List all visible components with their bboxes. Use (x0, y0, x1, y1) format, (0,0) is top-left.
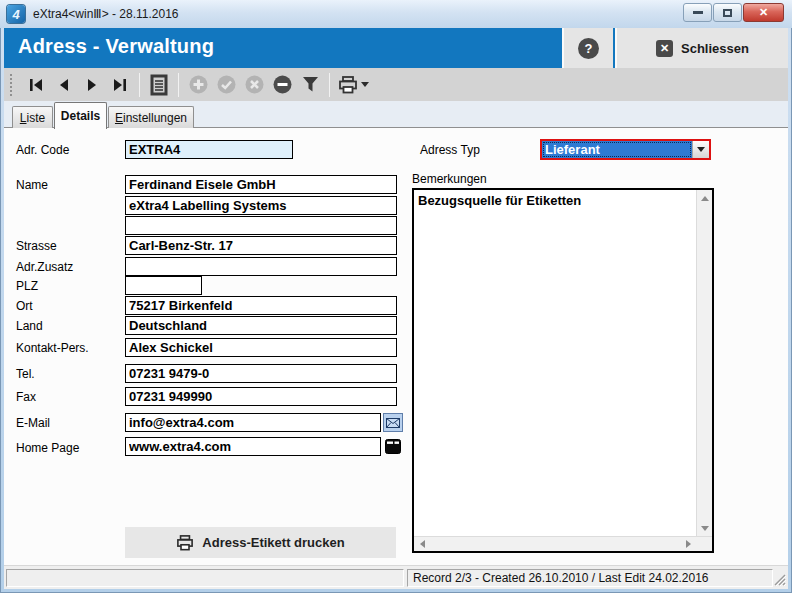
printer-icon (338, 76, 358, 94)
send-email-button[interactable] (383, 413, 403, 432)
bemerkungen-text: Bezugsquelle für Etiketten (416, 192, 694, 534)
bemerkungen-label: Bemerkungen (412, 172, 487, 186)
resize-grip[interactable] (773, 573, 787, 587)
plus-circle-icon (189, 75, 208, 94)
details-form: Adr. Code Adress Typ Lieferant Name Stra… (4, 128, 788, 565)
toolbar-drag-handle[interactable] (9, 73, 14, 97)
x-circle-icon (245, 75, 264, 94)
scroll-right-button[interactable] (680, 536, 696, 551)
horizontal-scrollbar[interactable] (414, 536, 712, 551)
scroll-left-icon (420, 540, 425, 548)
list-view-button[interactable] (146, 72, 172, 98)
homepage-input[interactable] (125, 437, 381, 456)
next-record-icon (84, 77, 100, 93)
minimize-icon (693, 11, 703, 14)
minus-circle-icon (273, 75, 292, 94)
next-record-button[interactable] (79, 72, 105, 98)
confirm-button[interactable] (213, 72, 239, 98)
kontakt-pers-input[interactable] (125, 338, 397, 357)
status-panel-left (6, 569, 404, 587)
strasse-input[interactable] (125, 236, 397, 255)
tab-strip: Liste Einstellungen Details (4, 101, 788, 128)
adr-zusatz-input[interactable] (125, 257, 397, 276)
close-window-button[interactable]: ✕ (743, 3, 784, 22)
scroll-left-button[interactable] (414, 536, 430, 551)
adr-code-label: Adr. Code (16, 143, 69, 157)
strasse-label: Strasse (16, 239, 57, 253)
scroll-up-icon (701, 196, 709, 201)
bemerkungen-textarea[interactable]: Bezugsquelle für Etiketten (412, 188, 714, 553)
adress-typ-label: Adress Typ (420, 143, 480, 157)
print-menu-button[interactable] (336, 72, 370, 98)
dropdown-arrow-icon (361, 82, 369, 87)
land-input[interactable] (125, 316, 397, 335)
name-label: Name (16, 178, 48, 192)
previous-record-button[interactable] (51, 72, 77, 98)
cancel-button[interactable] (241, 72, 267, 98)
filter-button[interactable] (297, 72, 323, 98)
fax-input[interactable] (125, 387, 397, 406)
tab-einstellungen[interactable]: Einstellungen (108, 106, 194, 128)
tel-label: Tel. (16, 367, 35, 381)
printer-icon (176, 535, 194, 551)
page-header: Adress - Verwaltung ? ✕ Schliessen (4, 28, 788, 68)
email-input[interactable] (125, 413, 381, 432)
schliessen-label: Schliessen (681, 41, 749, 56)
previous-record-icon (56, 77, 72, 93)
status-record-info: Record 2/3 - Created 26.10.2010 / Last E… (407, 569, 773, 587)
app-window: 4 eXtra4<winⅢ> - 28.11.2016 ✕ Adress - V… (0, 0, 792, 593)
first-record-button[interactable] (23, 72, 49, 98)
kontakt-pers-label: Kontakt-Pers. (16, 341, 89, 355)
help-button[interactable]: ? (562, 28, 613, 68)
print-address-label-button[interactable]: Adress-Etikett drucken (125, 527, 396, 558)
tel-input[interactable] (125, 364, 397, 383)
window-titlebar[interactable]: 4 eXtra4<winⅢ> - 28.11.2016 ✕ (0, 0, 792, 28)
last-record-button[interactable] (107, 72, 133, 98)
ort-input[interactable] (125, 296, 397, 315)
close-icon: ✕ (759, 6, 768, 19)
scroll-up-button[interactable] (697, 190, 713, 206)
adress-typ-select[interactable]: Lieferant (540, 139, 711, 160)
envelope-icon (386, 418, 400, 428)
fax-label: Fax (16, 390, 36, 404)
adress-typ-dropdown-button[interactable] (692, 141, 709, 158)
name-input-1[interactable] (125, 175, 397, 194)
schliessen-button[interactable]: ✕ Schliessen (615, 28, 788, 68)
tab-details[interactable]: Details (54, 102, 107, 129)
maximize-icon (723, 9, 732, 17)
toolbar-separator (329, 73, 330, 97)
close-x-icon: ✕ (656, 40, 673, 57)
print-button-label: Adress-Etikett drucken (202, 535, 344, 550)
name-input-2[interactable] (125, 196, 397, 215)
plz-input[interactable] (125, 276, 202, 295)
browser-icon (385, 439, 401, 454)
check-circle-icon (217, 75, 236, 94)
scroll-right-icon (686, 540, 691, 548)
toolbar-separator (139, 73, 140, 97)
chevron-down-icon (697, 147, 705, 152)
ort-label: Ort (16, 299, 33, 313)
app-icon: 4 (7, 5, 25, 23)
vertical-scrollbar[interactable] (696, 190, 712, 536)
window-title: eXtra4<winⅢ> - 28.11.2016 (33, 7, 178, 21)
list-icon (149, 74, 169, 96)
homepage-label: Home Page (16, 441, 79, 455)
adress-typ-value: Lieferant (542, 141, 692, 158)
adr-zusatz-label: Adr.Zusatz (16, 260, 73, 274)
scroll-down-button[interactable] (697, 520, 713, 536)
maximize-button[interactable] (713, 3, 742, 22)
open-homepage-button[interactable] (383, 437, 403, 456)
last-record-icon (112, 77, 128, 93)
plz-label: PLZ (16, 279, 38, 293)
adr-code-input[interactable] (125, 140, 293, 159)
minimize-button[interactable] (683, 3, 712, 22)
land-label: Land (16, 319, 43, 333)
status-bar: Record 2/3 - Created 26.10.2010 / Last E… (4, 565, 788, 589)
email-label: E-Mail (16, 416, 50, 430)
question-icon: ? (578, 38, 599, 59)
scroll-down-icon (701, 526, 709, 531)
tab-liste[interactable]: Liste (12, 106, 53, 128)
delete-record-button[interactable] (269, 72, 295, 98)
name-input-3[interactable] (125, 216, 397, 235)
add-record-button[interactable] (185, 72, 211, 98)
